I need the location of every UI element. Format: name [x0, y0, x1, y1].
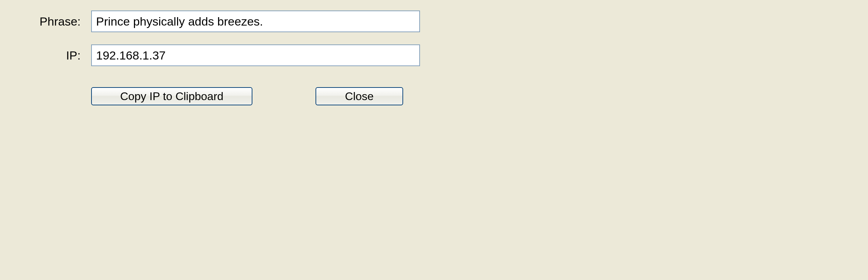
ip-row: IP:: [14, 44, 420, 66]
ip-input[interactable]: [91, 44, 420, 66]
phrase-input[interactable]: [91, 10, 420, 32]
copy-ip-button[interactable]: Copy IP to Clipboard: [91, 87, 252, 105]
close-button[interactable]: Close: [316, 87, 403, 105]
phrase-label: Phrase:: [14, 15, 91, 28]
dialog-panel: Phrase: IP: Copy IP to Clipboard Close: [0, 0, 434, 116]
phrase-row: Phrase:: [14, 10, 420, 32]
button-row: Copy IP to Clipboard Close: [14, 87, 420, 105]
ip-label: IP:: [14, 49, 91, 62]
